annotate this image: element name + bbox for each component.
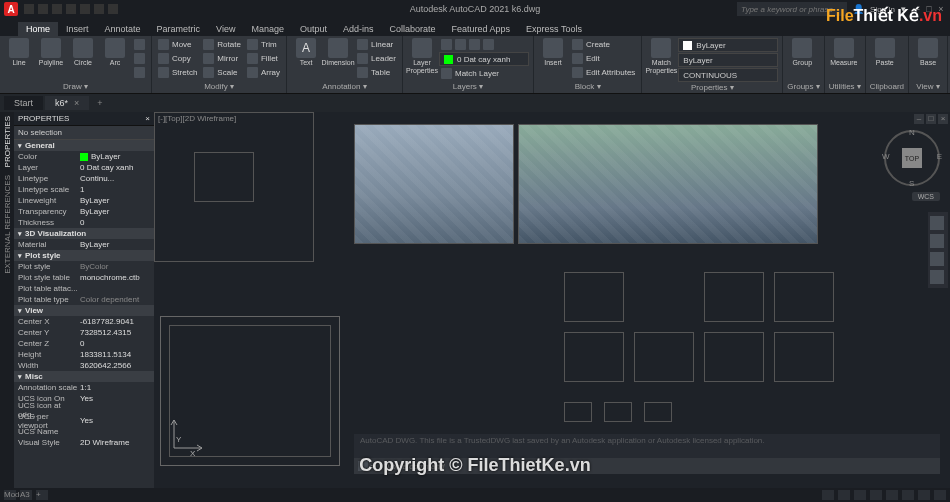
qat-icon[interactable] (24, 4, 34, 14)
move-button[interactable]: Move (156, 38, 199, 51)
props-selection[interactable]: No selection (14, 126, 154, 140)
panel-title[interactable]: Groups ▾ (787, 81, 819, 91)
paste-button[interactable]: Paste (870, 38, 900, 67)
layout-plus[interactable]: + (36, 490, 48, 500)
text-button[interactable]: AText (291, 38, 321, 67)
prop-color[interactable]: ByLayer (80, 152, 150, 161)
viewcube-face[interactable]: TOP (902, 148, 922, 168)
user-icon[interactable]: 👤 (853, 4, 864, 14)
status-toggle[interactable] (886, 490, 898, 500)
trim-button[interactable]: Trim (245, 38, 282, 51)
line-button[interactable]: Line (4, 38, 34, 67)
prop-ltscale[interactable]: 1 (80, 185, 150, 194)
scale-button[interactable]: Scale (201, 66, 243, 79)
copy-button[interactable]: Copy (156, 52, 199, 65)
prop-material[interactable]: ByLayer (80, 240, 150, 249)
leader-button[interactable]: Leader (355, 52, 398, 65)
nav-orbit-icon[interactable] (930, 270, 944, 284)
status-toggle[interactable] (918, 490, 930, 500)
match-layer-button[interactable]: Match Layer (439, 67, 529, 80)
create-block-button[interactable]: Create (570, 38, 637, 51)
prop-width[interactable]: 3620642.2566 (80, 361, 150, 370)
new-tab-button[interactable]: + (91, 98, 108, 108)
status-toggle[interactable] (838, 490, 850, 500)
minimize-button[interactable]: – (912, 4, 922, 14)
polyline-button[interactable]: Polyline (36, 38, 66, 67)
props-close-icon[interactable]: × (145, 114, 150, 123)
qat-icon[interactable] (38, 4, 48, 14)
help-icon[interactable]: ▾ (901, 4, 906, 14)
nav-wheel-icon[interactable] (930, 216, 944, 230)
palette-tab-xref[interactable]: EXTERNAL REFERENCES (3, 171, 12, 278)
signin-link[interactable]: Sign In (870, 5, 895, 14)
circle-button[interactable]: Circle (68, 38, 98, 67)
ribbon-tab-view[interactable]: View (208, 22, 243, 36)
prop-linetype[interactable]: Continu... (80, 174, 150, 183)
group-button[interactable]: Group (787, 38, 817, 67)
nav-pan-icon[interactable] (930, 234, 944, 248)
prop-visstyle[interactable]: 2D Wireframe (80, 438, 150, 447)
table-button[interactable]: Table (355, 66, 398, 79)
rotate-button[interactable]: Rotate (201, 38, 243, 51)
panel-title[interactable]: Utilities ▾ (829, 81, 861, 91)
props-group-plotstyle[interactable]: Plot style (14, 250, 154, 261)
close-button[interactable]: × (936, 4, 946, 14)
help-search-input[interactable] (737, 2, 847, 16)
qat-icon[interactable] (80, 4, 90, 14)
close-tab-icon[interactable]: × (74, 98, 79, 108)
prop-ucsvp[interactable]: Yes (80, 416, 150, 425)
edit-attributes-button[interactable]: Edit Attributes (570, 66, 637, 79)
prop-layer[interactable]: 0 Dat cay xanh (80, 163, 150, 172)
props-group-general[interactable]: General (14, 140, 154, 151)
drawing-canvas[interactable]: [-][Top][2D Wireframe] – □ × (154, 112, 950, 488)
linear-button[interactable]: Linear (355, 38, 398, 51)
command-input[interactable] (379, 462, 936, 471)
panel-title[interactable]: Properties ▾ (646, 82, 778, 92)
ribbon-tab-parametric[interactable]: Parametric (149, 22, 209, 36)
prop-ucson[interactable]: Yes (80, 394, 150, 403)
ribbon-tab-home[interactable]: Home (18, 22, 58, 36)
ribbon-tab-manage[interactable]: Manage (243, 22, 292, 36)
qat-icon[interactable] (108, 4, 118, 14)
vp-maximize-icon[interactable]: □ (926, 114, 936, 124)
ribbon-tab-collaborate[interactable]: Collaborate (382, 22, 444, 36)
prop-annoscale[interactable]: 1:1 (80, 383, 150, 392)
command-icon[interactable] (358, 461, 368, 471)
panel-title[interactable]: View ▾ (913, 81, 943, 91)
color-dropdown[interactable]: ByLayer (678, 38, 778, 52)
layout-tab[interactable]: A3 (20, 490, 32, 500)
ribbon-tab-addins[interactable]: Add-ins (335, 22, 382, 36)
ribbon-tab-featured[interactable]: Featured Apps (444, 22, 519, 36)
status-toggle[interactable] (822, 490, 834, 500)
fillet-button[interactable]: Fillet (245, 52, 282, 65)
stretch-button[interactable]: Stretch (156, 66, 199, 79)
file-tab-active[interactable]: k6*× (45, 96, 89, 110)
prop-centerz[interactable]: 0 (80, 339, 150, 348)
linetype-dropdown[interactable]: CONTINUOUS (678, 68, 778, 82)
prop-height[interactable]: 1833811.5134 (80, 350, 150, 359)
vp-minimize-icon[interactable]: – (914, 114, 924, 124)
panel-title[interactable]: Layers ▾ (407, 81, 529, 91)
measure-button[interactable]: Measure (829, 38, 859, 67)
match-properties-button[interactable]: Match Properties (646, 38, 676, 75)
prop-centerx[interactable]: -6187782.9041 (80, 317, 150, 326)
mirror-button[interactable]: Mirror (201, 52, 243, 65)
panel-title[interactable]: Block ▾ (538, 81, 637, 91)
prop-thickness[interactable]: 0 (80, 218, 150, 227)
prop-transparency[interactable]: ByLayer (80, 207, 150, 216)
panel-title[interactable]: Clipboard (870, 81, 904, 91)
qat-icon[interactable] (94, 4, 104, 14)
status-toggle[interactable] (854, 490, 866, 500)
ribbon-tab-output[interactable]: Output (292, 22, 335, 36)
status-toggle[interactable] (870, 490, 882, 500)
array-button[interactable]: Array (245, 66, 282, 79)
model-tab[interactable]: Model (4, 490, 16, 500)
status-toggle[interactable] (934, 490, 946, 500)
qat-icon[interactable] (52, 4, 62, 14)
insert-button[interactable]: Insert (538, 38, 568, 67)
app-logo[interactable]: A (4, 2, 18, 16)
wcs-badge[interactable]: WCS (912, 192, 940, 201)
nav-zoom-icon[interactable] (930, 252, 944, 266)
prop-pstable[interactable]: monochrome.ctb (80, 273, 150, 282)
layer-properties-button[interactable]: Layer Properties (407, 38, 437, 75)
